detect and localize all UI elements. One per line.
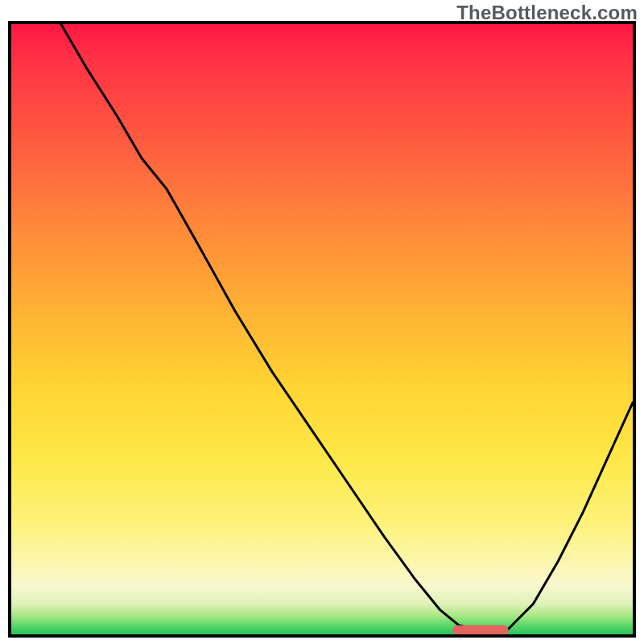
chart-area — [8, 21, 636, 638]
sweet-spot-marker — [452, 625, 509, 634]
line-curve — [11, 24, 633, 634]
bottleneck-curve-path — [61, 24, 633, 630]
